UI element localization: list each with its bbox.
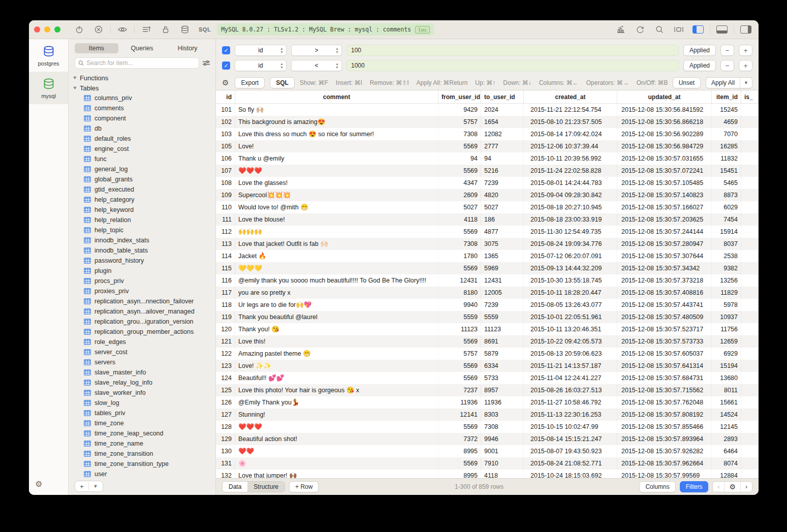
cell-is[interactable] [741, 201, 759, 213]
column-header-comment[interactable]: comment [235, 90, 438, 103]
sidebar-table-item[interactable]: replication_asyn...ailover_managed [73, 306, 215, 317]
table-row[interactable]: 129 Beautiful action shot! 7372 9946 201… [216, 433, 759, 445]
cell-from-user-id[interactable]: 9940 [438, 299, 481, 311]
filter-value-input[interactable] [347, 60, 679, 71]
inspector-icon[interactable] [671, 24, 686, 35]
cell-from-user-id[interactable]: 5569 [438, 262, 481, 274]
cell-from-user-id[interactable]: 5569 [438, 421, 481, 433]
add-filter-button[interactable]: + [739, 60, 752, 71]
cell-comment[interactable]: Love that jumper! 🙌🏾 [235, 470, 438, 478]
cell-id[interactable]: 132 [216, 470, 235, 478]
chevron-down-icon[interactable]: ▼ [740, 78, 752, 88]
cell-to-user-id[interactable]: 5879 [481, 348, 524, 360]
cell-item-id[interactable]: 8873 [712, 189, 741, 201]
preview-eye-icon[interactable] [115, 24, 130, 35]
apply-all-split-button[interactable]: Apply All ▼ [706, 77, 752, 88]
cell-created-at[interactable]: 2015-08-05 13:26:43.077 [524, 299, 617, 311]
cell-from-user-id[interactable]: 5569 [438, 360, 481, 372]
table-row[interactable]: 117 you are so pretty x 8180 12005 2015-… [216, 287, 759, 299]
table-row[interactable]: 107 ❤️❤️❤️ 5569 5216 2015-11-24 22:02:58… [216, 165, 759, 177]
cell-comment[interactable]: ❤️❤️❤️ [235, 165, 438, 177]
sidebar-table-item[interactable]: servers [73, 357, 215, 367]
cell-created-at[interactable]: 2015-08-14 17:09:42.024 [524, 128, 617, 140]
table-row[interactable]: 109 Supercool💥💥💥 2609 4820 2015-09-04 09… [216, 189, 759, 201]
cell-to-user-id[interactable]: 6334 [481, 360, 524, 372]
table-row[interactable]: 101 So fly 🙌🏼 9429 2024 2015-11-21 22:12… [216, 104, 759, 116]
cell-comment[interactable]: Thank you beautiful @laurel [235, 311, 438, 323]
cell-item-id[interactable]: 12659 [712, 335, 741, 348]
cell-from-user-id[interactable]: 94 [438, 152, 481, 165]
sql-button[interactable]: SQL [270, 77, 295, 88]
cell-is[interactable] [741, 409, 759, 421]
cell-to-user-id[interactable]: 3075 [481, 238, 524, 250]
cell-created-at[interactable]: 2015-10-24 18:15:03.692 [524, 470, 617, 478]
cell-is[interactable] [741, 152, 759, 165]
cell-item-id[interactable]: 2893 [712, 433, 741, 445]
cell-is[interactable] [741, 311, 759, 323]
cell-id[interactable]: 129 [216, 433, 235, 445]
cell-id[interactable]: 123 [216, 360, 235, 372]
table-row[interactable]: 130 ❤️❤️ 8995 9001 2015-08-07 19:43:50.9… [216, 445, 759, 457]
table-row[interactable]: 121 Love this! 5569 8691 2015-10-22 09:4… [216, 335, 759, 348]
cell-item-id[interactable]: 9382 [712, 262, 741, 274]
filter-value-input[interactable] [347, 45, 679, 56]
cell-updated-at[interactable]: 2015-12-08 15:30:56.984729 [617, 140, 712, 152]
cell-from-user-id[interactable]: 5027 [438, 201, 481, 213]
cell-updated-at[interactable]: 2015-12-08 15:30:57.926282 [617, 445, 712, 457]
add-item-split-button[interactable]: + ▼ [75, 481, 103, 492]
cell-to-user-id[interactable]: 2777 [481, 140, 524, 152]
column-header-id[interactable]: id [216, 90, 235, 103]
toggle-bottom-panel-icon[interactable] [714, 24, 730, 35]
column-header-from-user-id[interactable]: from_user_id [438, 90, 481, 103]
cell-item-id[interactable]: 15914 [712, 226, 741, 238]
filters-button[interactable]: Filters [680, 481, 709, 492]
cell-is[interactable] [741, 421, 759, 433]
table-row[interactable]: 131 🌸 5569 7910 2015-08-24 21:08:52.771 … [216, 457, 759, 470]
cell-id[interactable]: 107 [216, 165, 235, 177]
cell-updated-at[interactable]: 2015-12-08 15:30:56.841592 [617, 104, 712, 116]
cell-id[interactable]: 125 [216, 384, 235, 396]
cell-is[interactable] [741, 384, 759, 396]
sidebar-table-item[interactable]: slow_log [73, 398, 215, 408]
close-window-button[interactable] [34, 26, 40, 33]
cell-from-user-id[interactable]: 2609 [438, 189, 481, 201]
cell-to-user-id[interactable]: 7308 [481, 421, 524, 433]
cell-is[interactable] [741, 238, 759, 250]
cell-item-id[interactable]: 11829 [712, 287, 741, 299]
cell-item-id[interactable]: 7070 [712, 128, 741, 140]
unset-button[interactable]: Unset [673, 77, 701, 88]
cell-id[interactable]: 131 [216, 457, 235, 470]
sidebar-table-item[interactable]: help_topic [73, 225, 215, 235]
cell-updated-at[interactable]: 2015-12-08 15:30:57.280947 [617, 238, 712, 250]
cell-item-id[interactable]: 6929 [712, 348, 741, 360]
cell-updated-at[interactable]: 2015-12-08 15:30:57.244144 [617, 226, 712, 238]
cell-created-at[interactable]: 2015-10-11 18:28:20.447 [524, 287, 617, 299]
cell-comment[interactable]: So fly 🙌🏼 [235, 104, 438, 116]
cell-comment[interactable]: ❤️❤️ [235, 445, 438, 457]
cell-updated-at[interactable]: 2015-12-08 15:30:57.166027 [617, 201, 712, 213]
cell-created-at[interactable]: 2015-08-24 19:09:34.776 [524, 238, 617, 250]
cell-id[interactable]: 128 [216, 421, 235, 433]
cell-from-user-id[interactable]: 1780 [438, 250, 481, 262]
filter-operator-select[interactable]: > ▲▼ [291, 45, 342, 56]
cell-comment[interactable]: Ur legs are to die for🙌💖 [235, 299, 438, 311]
cell-created-at[interactable]: 2015-08-14 15:15:21.247 [524, 433, 617, 445]
cell-updated-at[interactable]: 2015-12-08 15:30:57.140823 [617, 189, 712, 201]
table-row[interactable]: 108 Love the glasses! 4347 7239 2015-08-… [216, 177, 759, 189]
cell-created-at[interactable]: 2015-08-26 16:03:27.513 [524, 384, 617, 396]
cell-updated-at[interactable]: 2015-12-08 15:30:57.373218 [617, 274, 712, 287]
sidebar-table-item[interactable]: time_zone_name [73, 439, 215, 449]
cell-to-user-id[interactable]: 2024 [481, 104, 524, 116]
cell-is[interactable] [741, 226, 759, 238]
export-button[interactable]: Export [235, 77, 265, 88]
cell-to-user-id[interactable]: 4877 [481, 226, 524, 238]
cell-comment[interactable]: Beautiful!! 💕💕 [235, 372, 438, 384]
table-row[interactable]: 116 @emily thank you soooo much beautifu… [216, 274, 759, 287]
sidebar-table-item[interactable]: component [73, 113, 215, 123]
settings-gear-icon[interactable]: ⚙ [29, 474, 68, 495]
cell-from-user-id[interactable]: 5757 [438, 116, 481, 128]
cell-updated-at[interactable]: 2015-12-08 15:30:57.031655 [617, 152, 712, 165]
cell-created-at[interactable]: 2015-10-15 10:02:47.99 [524, 421, 617, 433]
sidebar-table-item[interactable]: help_keyword [73, 205, 215, 215]
sidebar-table-item[interactable]: engine_cost [73, 144, 215, 154]
